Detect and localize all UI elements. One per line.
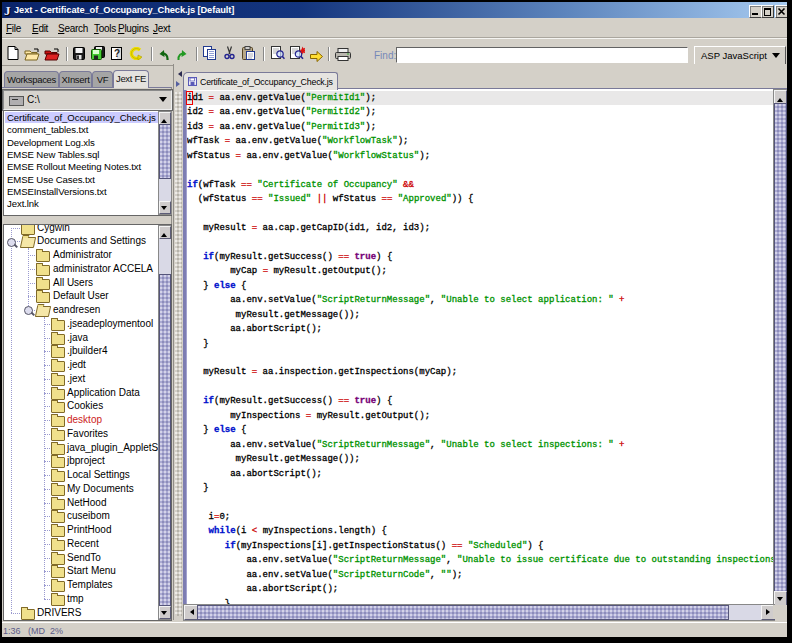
svg-text:?: ? — [114, 48, 120, 59]
